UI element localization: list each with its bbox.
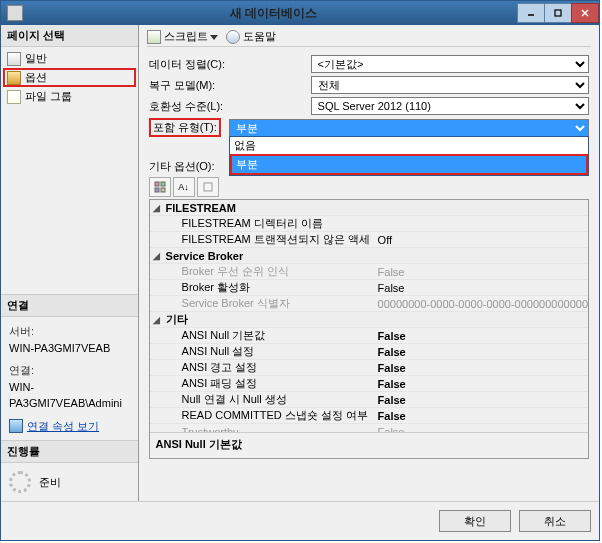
grid-key: Broker 우선 순위 인식 [164, 264, 374, 279]
grid-row[interactable]: ANSI Null 설정False [150, 344, 588, 360]
server-label: 서버: [9, 323, 130, 340]
grid-key: Null 연결 시 Null 생성 [164, 392, 374, 407]
help-icon [226, 30, 240, 44]
script-button[interactable]: 스크립트 [147, 29, 218, 44]
grid-value[interactable]: Off [374, 234, 588, 246]
collapse-icon[interactable]: ◢ [150, 203, 164, 213]
nav-list: 일반 옵션 파일 그룹 [1, 47, 138, 108]
link-icon [9, 419, 23, 433]
grid-key: FILESTREAM 디렉터리 이름 [164, 216, 374, 231]
grid-key: Service Broker 식별자 [164, 296, 374, 311]
grid-category[interactable]: ◢FILESTREAM [150, 200, 588, 216]
category-name: FILESTREAM [164, 202, 374, 214]
grid-key: ANSI Null 기본값 [164, 328, 374, 343]
grid-row[interactable]: Broker 우선 순위 인식False [150, 264, 588, 280]
grid-key: ANSI Null 설정 [164, 344, 374, 359]
filegroup-icon [7, 90, 21, 104]
nav-label: 옵션 [25, 70, 47, 85]
left-panel: 페이지 선택 일반 옵션 파일 그룹 연결 서버: [1, 25, 139, 501]
grid-key: ANSI 경고 설정 [164, 360, 374, 375]
grid-value[interactable]: False [374, 346, 588, 358]
nav-item-general[interactable]: 일반 [3, 49, 136, 68]
alphabetical-button[interactable]: A↓ [173, 177, 195, 197]
nav-item-options[interactable]: 옵션 [3, 68, 136, 87]
options-icon [7, 71, 21, 85]
compat-label: 호환성 수준(L): [149, 99, 311, 114]
grid-row[interactable]: Null 연결 시 Null 생성False [150, 392, 588, 408]
section-progress-header: 진행률 [1, 441, 138, 463]
categorized-button[interactable] [149, 177, 171, 197]
grid-row[interactable]: ANSI 경고 설정False [150, 360, 588, 376]
collapse-icon[interactable]: ◢ [150, 315, 164, 325]
grid-value[interactable]: False [374, 330, 588, 342]
collation-select[interactable]: <기본값> [311, 55, 589, 73]
grid-row[interactable]: FILESTREAM 디렉터리 이름 [150, 216, 588, 232]
grid-key: Broker 활성화 [164, 280, 374, 295]
dropdown-item-none[interactable]: 없음 [230, 137, 588, 154]
cancel-button[interactable]: 취소 [519, 510, 591, 532]
minimize-button[interactable] [517, 3, 545, 23]
grid-row[interactable]: ANSI 패딩 설정False [150, 376, 588, 392]
grid-scroll[interactable]: ◢FILESTREAMFILESTREAM 디렉터리 이름FILESTREAM … [150, 200, 588, 432]
grid-row[interactable]: Broker 활성화False [150, 280, 588, 296]
grid-value[interactable]: False [374, 266, 588, 278]
server-value: WIN-PA3GMI7VEAB [9, 340, 130, 357]
svg-rect-8 [161, 188, 165, 192]
grid-value[interactable]: 00000000-0000-0000-0000-000000000000 [374, 298, 588, 310]
grid-category[interactable]: ◢Service Broker [150, 248, 588, 264]
grid-row[interactable]: FILESTREAM 트랜잭션되지 않은 액세Off [150, 232, 588, 248]
help-button[interactable]: 도움말 [226, 29, 276, 44]
grid-key: ANSI 패딩 설정 [164, 376, 374, 391]
connection-section: 연결 서버: WIN-PA3GMI7VEAB 연결: WIN-PA3GMI7VE… [1, 294, 138, 440]
grid-extra-button[interactable] [197, 177, 219, 197]
svg-rect-5 [155, 182, 159, 186]
containment-dropdown-list: 없음 부분 [229, 136, 589, 176]
grid-key: FILESTREAM 트랜잭션되지 않은 액세 [164, 232, 374, 247]
right-panel: 스크립트 도움말 데이터 정렬(C): <기본값> 복구 모델(M): 전체 [139, 25, 599, 501]
category-name: Service Broker [164, 250, 374, 262]
maximize-button[interactable] [544, 3, 572, 23]
recovery-label: 복구 모델(M): [149, 78, 311, 93]
category-name: 기타 [164, 312, 374, 327]
grid-description: ANSI Null 기본값 [150, 432, 588, 458]
grid-key: READ COMMITTED 스냅숏 설정 여부 [164, 408, 374, 423]
grid-value[interactable]: False [374, 410, 588, 422]
link-text: 연결 속성 보기 [27, 418, 99, 435]
containment-label: 포함 유형(T): [149, 118, 221, 137]
svg-rect-7 [155, 188, 159, 192]
dropdown-item-partial[interactable]: 부분 [230, 154, 588, 175]
compat-select[interactable]: SQL Server 2012 (110) [311, 97, 589, 115]
close-button[interactable] [571, 3, 599, 23]
connection-properties-link[interactable]: 연결 속성 보기 [9, 418, 130, 435]
svg-rect-6 [161, 182, 165, 186]
grid-row[interactable]: Service Broker 식별자00000000-0000-0000-000… [150, 296, 588, 312]
section-pages-header: 페이지 선택 [1, 25, 138, 47]
grid-row[interactable]: TrustworthyFalse [150, 424, 588, 432]
connection-label: 연결: [9, 362, 130, 379]
grid-row[interactable]: ANSI Null 기본값False [150, 328, 588, 344]
ok-button[interactable]: 확인 [439, 510, 511, 532]
nav-item-filegroups[interactable]: 파일 그룹 [3, 87, 136, 106]
property-grid: ◢FILESTREAMFILESTREAM 디렉터리 이름FILESTREAM … [149, 199, 589, 459]
script-label: 스크립트 [164, 29, 208, 44]
collapse-icon[interactable]: ◢ [150, 251, 164, 261]
grid-value[interactable]: False [374, 362, 588, 374]
grid-value[interactable]: False [374, 378, 588, 390]
section-connection-header: 연결 [1, 295, 138, 317]
titlebar[interactable]: 새 데이터베이스 [1, 1, 599, 25]
nav-label: 일반 [25, 51, 47, 66]
progress-section: 진행률 준비 [1, 440, 138, 501]
chevron-down-icon [210, 33, 218, 41]
containment-select[interactable]: 부분 [229, 119, 589, 137]
window-controls [518, 3, 599, 23]
grid-row[interactable]: READ COMMITTED 스냅숏 설정 여부False [150, 408, 588, 424]
svg-rect-1 [555, 10, 561, 16]
form-area: 데이터 정렬(C): <기본값> 복구 모델(M): 전체 호환성 수준(L):… [147, 51, 591, 465]
collation-label: 데이터 정렬(C): [149, 57, 311, 72]
grid-category[interactable]: ◢기타 [150, 312, 588, 328]
grid-value[interactable]: False [374, 282, 588, 294]
grid-value[interactable]: False [374, 394, 588, 406]
nav-label: 파일 그룹 [25, 89, 72, 104]
connection-value: WIN-PA3GMI7VEAB\Admini [9, 379, 130, 412]
recovery-select[interactable]: 전체 [311, 76, 589, 94]
